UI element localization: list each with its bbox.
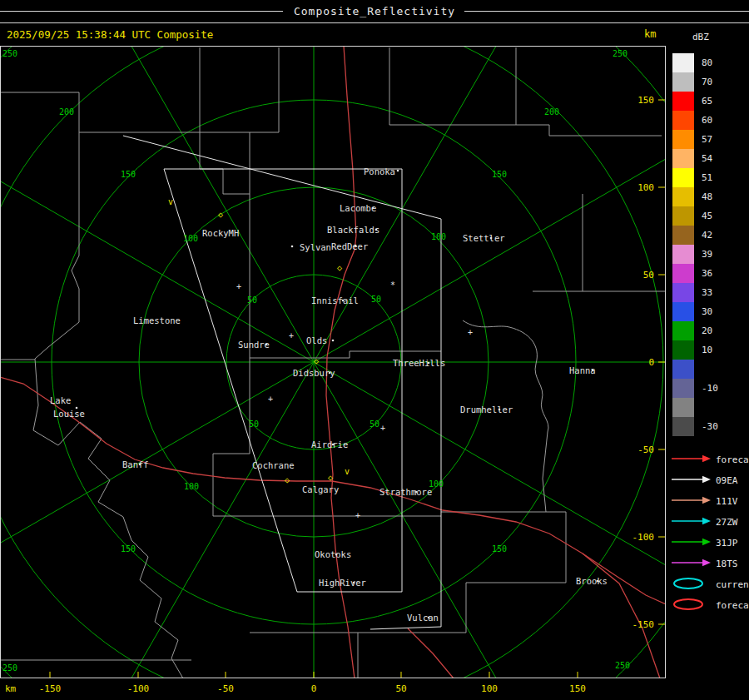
plus-marker: + xyxy=(236,282,241,291)
town-dot xyxy=(291,246,294,248)
colorbar-value: 54 xyxy=(702,153,712,164)
range-ring-label: 250 xyxy=(615,661,630,670)
colorbar-value: 57 xyxy=(702,134,712,145)
range-ring-label: 200 xyxy=(544,107,559,117)
colorbar-swatch xyxy=(672,226,694,245)
colorbar-entry: 70 xyxy=(672,72,718,92)
diamond-marker: ◇ xyxy=(285,475,290,484)
town-dot xyxy=(372,207,374,210)
x-axis-label: 50 xyxy=(395,683,406,694)
town-dot xyxy=(397,170,399,172)
colorbar-swatch xyxy=(672,168,694,187)
city-label: Stettler xyxy=(463,233,505,243)
range-ring-label: 100 xyxy=(184,482,199,491)
legend-label: 111V xyxy=(716,496,738,507)
track-arrow-icon xyxy=(671,556,716,572)
y-axis-label: -150 xyxy=(632,619,655,630)
x-axis-labels: km -150-100-50050100150 xyxy=(0,678,666,700)
colorbar-entry: 48 xyxy=(672,187,718,206)
colorbar-value: 80 xyxy=(702,57,712,68)
city-label: Olds xyxy=(306,335,327,345)
colorbar-swatch xyxy=(672,53,694,72)
city-label: Louise xyxy=(53,409,85,419)
unit-label-bottom-left: km xyxy=(5,683,16,694)
x-axis-label: -100 xyxy=(127,683,150,694)
colorbar-entry: 60 xyxy=(672,111,718,130)
city-label: Calgary xyxy=(302,484,339,494)
city-label: Sylvan xyxy=(300,242,331,252)
city-label: Limestone xyxy=(133,315,181,325)
colorbar-swatch xyxy=(672,130,694,149)
unit-label-top-right: km xyxy=(644,28,656,40)
city-label: Cochrane xyxy=(252,460,295,470)
colorbar-value: 20 xyxy=(702,325,712,336)
colorbar-value: 51 xyxy=(702,172,712,183)
range-ring-label: 100 xyxy=(431,232,446,241)
city-label: RedDeer xyxy=(331,241,368,251)
town-dot xyxy=(490,237,493,240)
vee-marker: v xyxy=(168,197,173,206)
colorbar-entry: 65 xyxy=(672,92,718,111)
colorbar-value: 70 xyxy=(702,77,712,87)
city-label: Okotoks xyxy=(315,549,351,559)
x-axis-label: 0 xyxy=(311,683,317,694)
colorbar-swatch xyxy=(672,340,694,360)
diamond-marker: ◇ xyxy=(337,263,342,272)
city-label: Banff xyxy=(122,459,149,469)
colorbar-entry: -30 xyxy=(672,417,718,436)
city-label: Lake xyxy=(50,395,71,405)
town-dot xyxy=(342,300,345,302)
range-ring-label: 150 xyxy=(492,170,507,179)
colorbar-swatch xyxy=(672,206,694,226)
city-label: Ponoka xyxy=(364,166,395,176)
x-axis-label: -150 xyxy=(39,683,62,694)
x-axis-label: 150 xyxy=(569,683,586,694)
colorbar-value: 33 xyxy=(702,287,712,298)
legend-item: 111V xyxy=(671,491,749,512)
plus-marker: + xyxy=(468,328,473,337)
colorbar-entry: 42 xyxy=(672,226,718,245)
colorbar-entry: 20 xyxy=(672,321,718,340)
town-dot xyxy=(592,370,594,372)
colorbar-value: 42 xyxy=(702,230,712,241)
legend-item: 18TS xyxy=(671,554,749,574)
colorbar-value: 10 xyxy=(702,345,712,355)
colorbar-swatch xyxy=(672,417,694,436)
legend: forecast09EA111V27ZW31JP18TScurrentforec… xyxy=(671,449,749,616)
colorbar-entry xyxy=(672,398,718,417)
title-rule-right xyxy=(464,11,749,12)
track-arrow-icon xyxy=(671,452,716,468)
range-ring-label: 50 xyxy=(370,420,379,429)
colorbar-entry: 10 xyxy=(672,340,718,360)
track-arrow-icon xyxy=(671,473,716,489)
town-dot xyxy=(329,372,331,375)
header-separator xyxy=(0,22,749,23)
town-dot xyxy=(332,444,335,446)
colorbar-swatch xyxy=(672,283,694,302)
y-axis-label: 100 xyxy=(637,182,654,193)
colorbar-entry: 39 xyxy=(672,245,718,264)
track-arrow-icon xyxy=(671,514,716,530)
plus-marker: + xyxy=(355,511,360,520)
colorbar-entry: 45 xyxy=(672,206,718,226)
town-dot xyxy=(76,407,78,410)
colorbar-swatch xyxy=(672,321,694,340)
city-label: Airdrie xyxy=(311,439,348,449)
legend-label: forecast xyxy=(716,454,749,465)
range-ring-label: 150 xyxy=(121,170,136,179)
colorbar-swatch xyxy=(672,111,694,130)
colorbar-value: 39 xyxy=(702,249,712,260)
title-rule-left xyxy=(0,11,283,12)
y-axis-label: -100 xyxy=(632,532,655,543)
colorbar-title: dBZ xyxy=(692,32,709,42)
colorbar-entry: 51 xyxy=(672,168,718,187)
town-dot xyxy=(332,340,335,342)
city-label: ThreeHills xyxy=(393,358,445,368)
y-axis-label: 50 xyxy=(643,270,654,280)
legend-item: 09EA xyxy=(671,470,749,491)
city-label: Brooks xyxy=(576,576,608,586)
legend-item: forecast xyxy=(671,595,749,616)
range-ring-label: 50 xyxy=(249,420,259,429)
town-dot xyxy=(335,554,338,556)
legend-item: 31JP xyxy=(671,533,749,554)
